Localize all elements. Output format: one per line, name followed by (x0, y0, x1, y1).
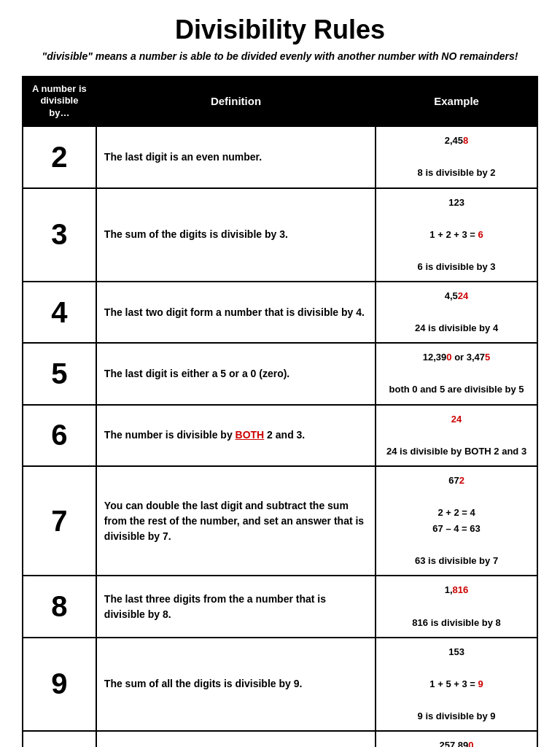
example-content: 1,816 816 is divisible by 8 (384, 582, 529, 630)
definition-text: The last two digit form a number that is… (104, 306, 365, 318)
example-content: 123 1 + 2 + 3 = 6 6 is divisible by 3 (384, 195, 529, 275)
definition-text: The number is divisible by BOTH 2 and 3. (104, 429, 305, 441)
definition-text: The sum of the digits is divisible by 3. (104, 228, 288, 240)
example-content: 2,458 8 is divisible by 2 (384, 133, 529, 181)
divisor-number: 4 (31, 296, 88, 329)
header-col3: Example (376, 77, 537, 127)
divisor-number: 8 (31, 590, 88, 623)
table-row: 9 The sum of all the digits is divisible… (23, 638, 537, 731)
definition-text: The sum of all the digits is divisible b… (104, 678, 303, 689)
table-row: 8 The last three digits from the a numbe… (23, 576, 537, 637)
example-content: 24 24 is divisible by BOTH 2 and 3 (384, 411, 529, 460)
table-row: 5 The last digit is either a 5 or a 0 (z… (23, 343, 537, 404)
header-col1: A number is divisible by… (23, 77, 96, 127)
example-content: 153 1 + 5 + 3 = 9 9 is divisible by 9 (384, 644, 529, 724)
example-content: 12,390 or 3,475 both 0 and 5 are divisib… (384, 349, 529, 398)
table-row: 7 You can double the last digit and subt… (23, 466, 537, 576)
example-content: 672 2 + 2 = 467 – 4 = 63 63 is divisible… (384, 473, 529, 570)
divisor-number: 7 (31, 505, 88, 538)
divisor-number: 2 (31, 141, 88, 174)
definition-text: The last digit is an even number. (104, 151, 262, 163)
example-content: 257,890 0 (zero) is divisible by 10 (384, 738, 529, 747)
divisor-number: 9 (31, 667, 88, 700)
table-row: 4 The last two digit form a number that … (23, 282, 537, 343)
page-subtitle: "divisible" means a number is able to be… (22, 50, 538, 64)
divisibility-table: A number is divisible by… Definition Exa… (22, 76, 538, 747)
definition-text: The last digit is either a 5 or a 0 (zer… (104, 368, 289, 379)
divisor-number: 5 (31, 357, 88, 390)
table-row: 2 The last digit is an even number. 2,45… (23, 126, 537, 187)
divisor-number: 6 (31, 419, 88, 452)
definition-text: The last three digits from the a number … (104, 593, 326, 620)
table-row: 6 The number is divisible by BOTH 2 and … (23, 405, 537, 466)
divisor-number: 3 (31, 218, 88, 251)
table-row: 10 The number ends in a 0 (zero). 257,89… (23, 731, 537, 747)
header-col2: Definition (96, 77, 376, 127)
page-title: Divisibility Rules (22, 15, 538, 45)
table-row: 3 The sum of the digits is divisible by … (23, 188, 537, 282)
example-content: 4,524 24 is divisible by 4 (384, 288, 529, 336)
definition-text: You can double the last digit and subtra… (104, 500, 364, 542)
